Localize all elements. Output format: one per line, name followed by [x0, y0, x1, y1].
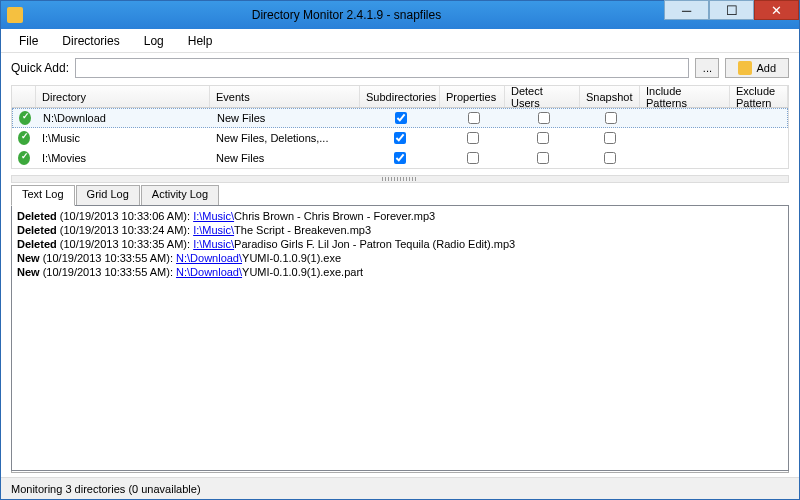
splitter-grip-icon — [382, 177, 418, 181]
events-cell: New Files — [211, 110, 361, 126]
status-ok-icon — [19, 111, 31, 125]
subdirectories-cell — [360, 130, 440, 146]
log-line: Deleted (10/19/2013 10:33:24 AM): I:\Mus… — [17, 223, 783, 237]
status-cell — [12, 129, 36, 147]
menu-help[interactable]: Help — [178, 31, 223, 51]
log-path-link[interactable]: I:\Music\ — [193, 210, 234, 222]
subdirectories-checkbox[interactable] — [394, 152, 406, 164]
log-event: New — [17, 252, 40, 264]
log-timestamp: (10/19/2013 10:33:55 AM): — [43, 266, 173, 278]
table-row[interactable]: I:\MusicNew Files, Deletions,... — [12, 128, 788, 148]
log-event: Deleted — [17, 238, 57, 250]
quick-add-label: Quick Add: — [11, 61, 69, 75]
subdirectories-cell — [360, 150, 440, 166]
status-ok-icon — [18, 131, 30, 145]
menu-directories[interactable]: Directories — [52, 31, 129, 51]
directory-cell: N:\Download — [37, 110, 211, 126]
table-header: Directory Events Subdirectories Properti… — [12, 86, 788, 108]
th-snapshot[interactable]: Snapshot — [580, 86, 640, 107]
detect-users-cell — [505, 150, 580, 166]
window-controls: ─ ☐ ✕ — [664, 1, 799, 29]
app-icon — [7, 7, 23, 23]
snapshot-checkbox[interactable] — [604, 132, 616, 144]
events-cell: New Files, Deletions,... — [210, 130, 360, 146]
log-filename: YUMI-0.1.0.9(1).exe.part — [242, 266, 363, 278]
events-cell: New Files — [210, 150, 360, 166]
properties-cell — [440, 130, 505, 146]
titlebar[interactable]: Directory Monitor 2.4.1.9 - snapfiles ─ … — [1, 1, 799, 29]
close-button[interactable]: ✕ — [754, 0, 799, 20]
text-log-content[interactable]: Deleted (10/19/2013 10:33:06 AM): I:\Mus… — [11, 205, 789, 471]
tab-row: Text LogGrid LogActivity Log — [11, 185, 789, 205]
add-button[interactable]: Add — [725, 58, 789, 78]
properties-checkbox[interactable] — [467, 132, 479, 144]
log-event: Deleted — [17, 224, 57, 236]
snapshot-checkbox[interactable] — [604, 152, 616, 164]
detect-users-checkbox[interactable] — [537, 132, 549, 144]
log-path-link[interactable]: I:\Music\ — [193, 224, 234, 236]
log-filename: Chris Brown - Chris Brown - Forever.mp3 — [234, 210, 435, 222]
add-button-label: Add — [756, 62, 776, 74]
log-filename: Paradiso Girls F. Lil Jon - Patron Tequi… — [234, 238, 515, 250]
minimize-button[interactable]: ─ — [664, 0, 709, 20]
detect-users-cell — [505, 130, 580, 146]
log-path-link[interactable]: N:\Download\ — [176, 266, 242, 278]
log-path-link[interactable]: I:\Music\ — [193, 238, 234, 250]
properties-checkbox[interactable] — [467, 152, 479, 164]
th-properties[interactable]: Properties — [440, 86, 505, 107]
log-timestamp: (10/19/2013 10:33:55 AM): — [43, 252, 173, 264]
log-event: New — [17, 266, 40, 278]
table-body: N:\DownloadNew FilesI:\MusicNew Files, D… — [12, 108, 788, 168]
log-filename: YUMI-0.1.0.9(1).exe — [242, 252, 341, 264]
th-subdirectories[interactable]: Subdirectories — [360, 86, 440, 107]
properties-cell — [440, 150, 505, 166]
log-line: New (10/19/2013 10:33:55 AM): N:\Downloa… — [17, 265, 783, 279]
detect-users-checkbox[interactable] — [538, 112, 550, 124]
log-path-link[interactable]: N:\Download\ — [176, 252, 242, 264]
status-cell — [12, 149, 36, 167]
statusbar: Monitoring 3 directories (0 unavailable) — [1, 477, 799, 499]
th-events[interactable]: Events — [210, 86, 360, 107]
th-include-patterns[interactable]: Include Patterns — [640, 86, 730, 107]
log-timestamp: (10/19/2013 10:33:35 AM): — [60, 238, 190, 250]
tab-activity-log[interactable]: Activity Log — [141, 185, 219, 205]
properties-cell — [441, 110, 506, 126]
browse-button[interactable]: ... — [695, 58, 719, 78]
detect-users-checkbox[interactable] — [537, 152, 549, 164]
menu-log[interactable]: Log — [134, 31, 174, 51]
log-line: Deleted (10/19/2013 10:33:35 AM): I:\Mus… — [17, 237, 783, 251]
table-row[interactable]: N:\DownloadNew Files — [12, 108, 788, 128]
snapshot-checkbox[interactable] — [605, 112, 617, 124]
log-line: Deleted (10/19/2013 10:33:06 AM): I:\Mus… — [17, 209, 783, 223]
th-detect-users[interactable]: Detect Users — [505, 86, 580, 107]
add-folder-icon — [738, 61, 752, 75]
log-filename: The Script - Breakeven.mp3 — [234, 224, 371, 236]
log-timestamp: (10/19/2013 10:33:24 AM): — [60, 224, 190, 236]
status-cell — [13, 109, 37, 127]
snapshot-cell — [580, 150, 640, 166]
properties-checkbox[interactable] — [468, 112, 480, 124]
subdirectories-checkbox[interactable] — [395, 112, 407, 124]
log-event: Deleted — [17, 210, 57, 222]
menubar: FileDirectoriesLogHelp — [1, 29, 799, 53]
log-timestamp: (10/19/2013 10:33:06 AM): — [60, 210, 190, 222]
th-exclude-patterns[interactable]: Exclude Pattern — [730, 86, 788, 107]
directory-cell: I:\Movies — [36, 150, 210, 166]
status-text: Monitoring 3 directories (0 unavailable) — [11, 483, 201, 495]
tab-grid-log[interactable]: Grid Log — [76, 185, 140, 205]
window-title: Directory Monitor 2.4.1.9 - snapfiles — [29, 8, 664, 22]
splitter[interactable] — [11, 175, 789, 183]
tab-text-log[interactable]: Text Log — [11, 185, 75, 206]
th-status[interactable] — [12, 86, 36, 107]
maximize-button[interactable]: ☐ — [709, 0, 754, 20]
subdirectories-checkbox[interactable] — [394, 132, 406, 144]
directory-cell: I:\Music — [36, 130, 210, 146]
snapshot-cell — [581, 110, 641, 126]
quick-add-bar: Quick Add: ... Add — [1, 53, 799, 83]
menu-file[interactable]: File — [9, 31, 48, 51]
th-directory[interactable]: Directory — [36, 86, 210, 107]
quick-add-input[interactable] — [75, 58, 689, 78]
table-row[interactable]: I:\MoviesNew Files — [12, 148, 788, 168]
app-window: Directory Monitor 2.4.1.9 - snapfiles ─ … — [0, 0, 800, 500]
panel-bottom-border — [11, 471, 789, 473]
